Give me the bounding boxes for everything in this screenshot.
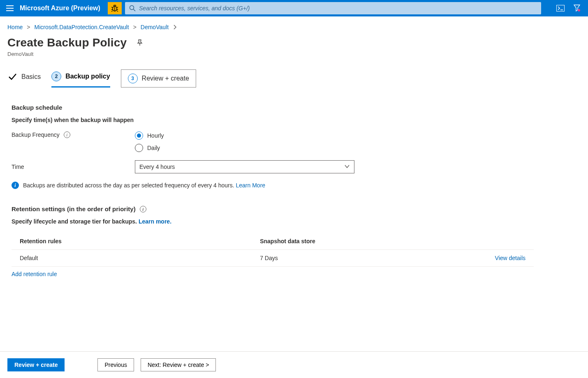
label-text: Time: [12, 164, 24, 170]
cell-snapshot: 7 Days: [252, 250, 461, 267]
pin-icon: [136, 39, 144, 46]
page-content: Home > Microsoft.DataProtection.CreateVa…: [0, 16, 588, 351]
col-snapshot-store: Snapshot data store: [252, 233, 461, 250]
wizard-tabs: Basics 2 Backup policy 3 Review + create: [7, 69, 581, 88]
page-title: Create Backup Policy: [7, 36, 127, 49]
time-row: Time Every 4 hours: [12, 160, 576, 173]
cell-rule-name: Default: [12, 250, 252, 267]
topbar-actions: [549, 4, 588, 13]
cloud-shell-button[interactable]: [556, 4, 565, 13]
time-label: Time: [12, 164, 135, 170]
search-icon: [129, 5, 136, 12]
footer-nav-group: Previous Next: Review + create >: [97, 358, 216, 371]
retention-rules-table: Retention rules Snapshot data store Defa…: [12, 233, 534, 267]
col-retention-rules: Retention rules: [12, 233, 252, 250]
breadcrumb-chevron-icon[interactable]: [173, 25, 178, 30]
page-subtitle: DemoVault: [7, 51, 581, 57]
svg-point-3: [578, 9, 580, 12]
backup-frequency-label: Backup Frequency i: [12, 131, 135, 138]
time-select[interactable]: Every 4 hours: [135, 160, 354, 173]
global-search[interactable]: [125, 2, 541, 14]
tab-review-create-label: Review + create: [142, 75, 189, 82]
global-search-input[interactable]: [139, 5, 537, 12]
hamburger-icon: [6, 5, 14, 11]
info-icon[interactable]: i: [140, 206, 146, 212]
backup-info-bar: i Backups are distributed across the day…: [12, 182, 576, 189]
tab-backup-policy[interactable]: 2 Backup policy: [51, 69, 110, 88]
breadcrumb-separator: >: [27, 24, 30, 30]
col-actions: [461, 233, 534, 250]
previous-button[interactable]: Previous: [97, 358, 134, 371]
preview-bug-button[interactable]: [108, 2, 122, 14]
backup-frequency-radiogroup: Hourly Daily: [135, 131, 164, 152]
top-bar: Microsoft Azure (Preview): [0, 0, 588, 16]
tab-review-create[interactable]: 3 Review + create: [121, 69, 196, 88]
tab-step-number: 3: [128, 74, 138, 83]
add-retention-rule-link[interactable]: Add retention rule: [12, 271, 57, 277]
radio-daily-label: Daily: [147, 145, 160, 151]
backup-info-text: Backups are distributed across the day a…: [23, 182, 234, 189]
chevron-down-icon: [344, 164, 350, 171]
radio-daily[interactable]: Daily: [135, 144, 164, 152]
view-details-link[interactable]: View details: [495, 255, 525, 261]
bug-icon: [111, 4, 119, 12]
tab-backup-policy-label: Backup policy: [65, 73, 110, 80]
backup-frequency-row: Backup Frequency i Hourly Daily: [12, 131, 576, 152]
check-icon: [7, 72, 17, 82]
backup-schedule-section: Backup schedule Specify time(s) when the…: [7, 104, 581, 189]
breadcrumb: Home > Microsoft.DataProtection.CreateVa…: [7, 24, 581, 30]
wizard-footer: Review + create Previous Next: Review + …: [0, 351, 588, 378]
section-title: Backup schedule: [12, 104, 576, 111]
retention-section-sub: Specify lifecycle and storage tier for b…: [12, 218, 576, 225]
filter-icon: [573, 4, 581, 12]
brand-title: Microsoft Azure (Preview): [20, 5, 108, 12]
breadcrumb-link-home[interactable]: Home: [7, 24, 23, 30]
tab-step-number: 2: [51, 71, 61, 81]
review-create-button[interactable]: Review + create: [7, 358, 65, 371]
pin-button[interactable]: [134, 37, 146, 48]
svg-point-1: [130, 6, 134, 10]
radio-hourly-label: Hourly: [147, 132, 164, 139]
learn-more-link[interactable]: Learn More: [236, 182, 266, 189]
info-icon[interactable]: i: [64, 131, 70, 138]
retention-section: Retention settings (in the order of prio…: [7, 205, 581, 277]
breadcrumb-link-createvault[interactable]: Microsoft.DataProtection.CreateVault: [35, 24, 129, 30]
radio-dot-icon: [135, 131, 143, 140]
table-row: Default 7 Days View details: [12, 250, 534, 267]
hamburger-menu-button[interactable]: [0, 0, 20, 16]
title-row: Create Backup Policy: [7, 36, 581, 49]
time-select-value: Every 4 hours: [139, 164, 175, 170]
info-icon: i: [12, 182, 19, 189]
section-subtitle: Specify time(s) when the backup will hap…: [12, 117, 576, 123]
label-text: Backup Frequency: [12, 131, 60, 138]
retention-section-title: Retention settings (in the order of prio…: [12, 205, 136, 212]
next-button[interactable]: Next: Review + create >: [141, 358, 216, 371]
section-title-row: Retention settings (in the order of prio…: [12, 205, 576, 212]
radio-dot-icon: [135, 144, 143, 152]
svg-rect-2: [557, 5, 565, 12]
breadcrumb-link-demovault[interactable]: DemoVault: [141, 24, 169, 30]
breadcrumb-separator: >: [133, 24, 137, 30]
tab-basics-label: Basics: [21, 73, 41, 81]
learn-more-link[interactable]: Learn more.: [139, 218, 171, 225]
filter-button[interactable]: [572, 4, 581, 13]
radio-hourly[interactable]: Hourly: [135, 131, 164, 140]
cloud-shell-icon: [556, 5, 565, 12]
retention-sub-text: Specify lifecycle and storage tier for b…: [12, 218, 137, 225]
tab-basics[interactable]: Basics: [7, 69, 41, 88]
